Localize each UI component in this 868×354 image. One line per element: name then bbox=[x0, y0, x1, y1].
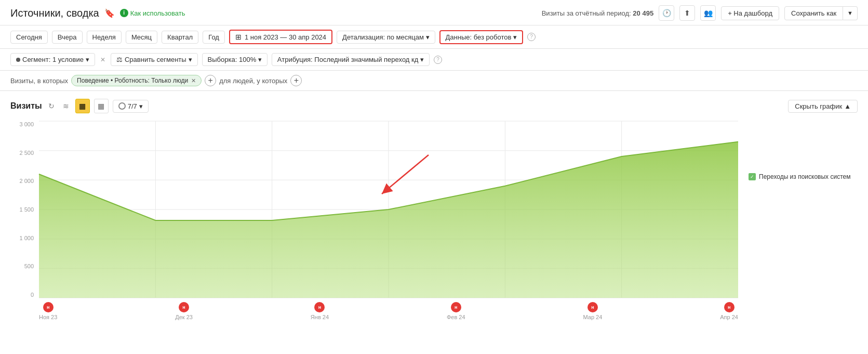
visits-info: Визиты за отчётный период: 20 495 bbox=[542, 9, 653, 17]
conditions-bar: Визиты, в которых Поведение • Роботность… bbox=[0, 71, 868, 91]
top-bar-left: Источники, сводка 🔖 i Как использовать bbox=[10, 7, 185, 19]
save-as-btn[interactable]: Сохранить как bbox=[784, 6, 843, 20]
detail-btn[interactable]: Детализация: по месяцам ▾ bbox=[337, 31, 435, 44]
date-range-btn[interactable]: ⊞ 1 ноя 2023 — 30 апр 2024 bbox=[229, 30, 332, 44]
x-label-feb: н Фев 24 bbox=[447, 302, 465, 320]
filters-bar: Сегодня Вчера Неделя Месяц Квартал Год ⊞… bbox=[0, 25, 868, 49]
bookmark-icon[interactable]: 🔖 bbox=[104, 8, 115, 18]
for-people-label: для людей, у которых bbox=[219, 77, 287, 85]
how-to-use-link[interactable]: i Как использовать bbox=[120, 9, 185, 17]
attribution-btn[interactable]: Атрибуция: Последний значимый переход кд… bbox=[272, 53, 430, 66]
data-help-icon[interactable]: ? bbox=[527, 33, 536, 41]
add-people-condition-btn[interactable]: + bbox=[290, 75, 302, 86]
save-as-group: Сохранить как ▼ bbox=[784, 6, 858, 20]
metrics-circle bbox=[118, 102, 126, 110]
chart-header-left: Визиты ↻ ≋ ▦ ▦ 7/7 ▾ bbox=[10, 99, 149, 113]
top-bar-right: Визиты за отчётный период: 20 495 🕐 ⬆ 👥 … bbox=[542, 5, 858, 21]
x-label-mar: н Мар 24 bbox=[583, 302, 603, 320]
period-quarter-btn[interactable]: Квартал bbox=[162, 31, 198, 44]
export-icon-btn[interactable]: ⬆ bbox=[679, 5, 695, 21]
refresh-icon-btn[interactable]: ↻ bbox=[46, 101, 57, 111]
data-robots-btn[interactable]: Данные: без роботов ▾ bbox=[439, 30, 523, 44]
x-label-nov-text: Ноя 23 bbox=[39, 314, 57, 320]
x-label-jan-text: Янв 24 bbox=[311, 314, 329, 320]
x-axis: н Ноя 23 н Дек 23 н Янв 24 н Фев 24 н Ма… bbox=[39, 302, 738, 320]
hide-chart-btn[interactable]: Скрыть график ▲ bbox=[788, 100, 858, 113]
condition-tag-close[interactable]: ✕ bbox=[191, 77, 196, 84]
y-label-1000: 1 000 bbox=[10, 235, 34, 241]
segment-dot bbox=[16, 58, 20, 62]
x-label-apr: н Апр 24 bbox=[720, 302, 738, 320]
compare-segments-btn[interactable]: ⚖ Сравнить сегменты ▾ bbox=[111, 53, 198, 66]
x-label-dec: н Дек 23 bbox=[175, 302, 193, 320]
x-label-feb-text: Фев 24 bbox=[447, 314, 465, 320]
period-month-btn[interactable]: Месяц bbox=[126, 31, 157, 44]
x-marker-apr[interactable]: н bbox=[724, 302, 735, 312]
y-label-0: 0 bbox=[10, 292, 34, 298]
y-label-1500: 1 500 bbox=[10, 206, 34, 213]
area-chart-svg bbox=[39, 121, 738, 298]
history-icon-btn[interactable]: 🕐 bbox=[659, 5, 674, 21]
x-label-mar-text: Мар 24 bbox=[583, 314, 603, 320]
save-as-dropdown-btn[interactable]: ▼ bbox=[843, 6, 858, 20]
compare-lines-btn[interactable]: ≋ bbox=[61, 101, 71, 111]
chart-header: Визиты ↻ ≋ ▦ ▦ 7/7 ▾ Скрыть график ▲ bbox=[10, 99, 858, 113]
legend-item-search: ✓ Переходы из поисковых систем bbox=[749, 173, 858, 180]
x-label-jan: н Янв 24 bbox=[311, 302, 329, 320]
info-icon: i bbox=[120, 9, 128, 17]
x-marker-feb[interactable]: н bbox=[451, 302, 461, 312]
segment-bar: Сегмент: 1 условие ▾ ✕ ⚖ Сравнить сегмен… bbox=[0, 49, 868, 71]
conditions-label: Визиты, в которых bbox=[10, 77, 68, 85]
bar-chart-btn[interactable]: ▦ bbox=[94, 99, 109, 113]
attribution-help-icon[interactable]: ? bbox=[434, 56, 442, 64]
period-year-btn[interactable]: Год bbox=[203, 31, 225, 44]
page-title: Источники, сводка bbox=[10, 7, 99, 19]
users-icon-btn[interactable]: 👥 bbox=[700, 5, 716, 21]
segment-close-btn[interactable]: ✕ bbox=[99, 56, 106, 63]
compare-icon: ⚖ bbox=[116, 56, 123, 63]
period-yesterday-btn[interactable]: Вчера bbox=[52, 31, 83, 44]
segment-btn[interactable]: Сегмент: 1 условие ▾ bbox=[10, 53, 95, 66]
chart-plot-area bbox=[39, 121, 738, 298]
chart-legend: ✓ Переходы из поисковых систем bbox=[749, 173, 858, 180]
x-label-apr-text: Апр 24 bbox=[720, 314, 738, 320]
metrics-btn[interactable]: 7/7 ▾ bbox=[113, 100, 149, 113]
x-label-nov: н Ноя 23 bbox=[39, 302, 57, 320]
x-marker-dec[interactable]: н bbox=[179, 302, 189, 312]
calendar-icon: ⊞ bbox=[235, 33, 242, 41]
top-bar: Источники, сводка 🔖 i Как использовать В… bbox=[0, 0, 868, 25]
sample-btn[interactable]: Выборка: 100% ▾ bbox=[202, 53, 268, 66]
chart-title: Визиты bbox=[10, 101, 42, 111]
add-dashboard-btn[interactable]: + На дашборд bbox=[721, 6, 779, 20]
y-label-2500: 2 500 bbox=[10, 150, 34, 156]
y-label-3000: 3 000 bbox=[10, 121, 34, 127]
chart-container: 3 000 2 500 2 000 1 500 1 000 500 0 bbox=[10, 121, 858, 329]
legend-check-search[interactable]: ✓ bbox=[749, 173, 756, 180]
area-chart-btn[interactable]: ▦ bbox=[75, 99, 90, 113]
x-marker-mar[interactable]: н bbox=[587, 302, 598, 312]
add-condition-btn[interactable]: + bbox=[205, 75, 216, 86]
condition-tag[interactable]: Поведение • Роботность: Только люди ✕ bbox=[71, 75, 202, 86]
x-marker-nov[interactable]: н bbox=[43, 302, 54, 312]
period-today-btn[interactable]: Сегодня bbox=[10, 31, 48, 44]
period-week-btn[interactable]: Неделя bbox=[87, 31, 122, 44]
y-axis: 3 000 2 500 2 000 1 500 1 000 500 0 bbox=[10, 121, 36, 298]
y-label-2000: 2 000 bbox=[10, 178, 34, 184]
x-label-dec-text: Дек 23 bbox=[175, 314, 193, 320]
chart-section: Визиты ↻ ≋ ▦ ▦ 7/7 ▾ Скрыть график ▲ 3 0… bbox=[0, 91, 868, 334]
x-marker-jan[interactable]: н bbox=[314, 302, 325, 312]
y-label-500: 500 bbox=[10, 263, 34, 269]
